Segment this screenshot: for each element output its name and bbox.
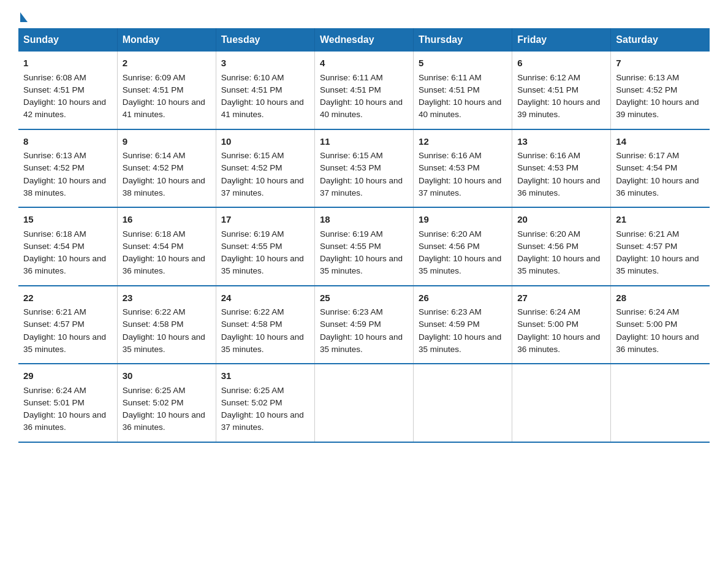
daylight-label: Daylight: 10 hours and 36 minutes. [616,176,699,197]
day-number: 9 [123,135,211,149]
sunrise-label: Sunrise: 6:25 AM [123,386,186,395]
day-cell-16: 16Sunrise: 6:18 AMSunset: 4:54 PMDayligh… [117,207,216,286]
daylight-label: Daylight: 10 hours and 35 minutes. [23,332,106,354]
day-cell-17: 17Sunrise: 6:19 AMSunset: 4:55 PMDayligh… [216,207,314,286]
day-cell-22: 22Sunrise: 6:21 AMSunset: 4:57 PMDayligh… [18,286,117,364]
sunset-label: Sunset: 4:51 PM [23,85,85,94]
sunset-label: Sunset: 4:59 PM [419,320,480,329]
sunset-label: Sunset: 4:52 PM [23,163,85,172]
sunset-label: Sunset: 4:56 PM [517,242,578,251]
sunrise-label: Sunrise: 6:16 AM [517,151,580,160]
day-number: 16 [123,213,211,227]
header-day-monday: Monday [117,28,216,52]
sunset-label: Sunset: 4:57 PM [616,242,677,251]
sunset-label: Sunset: 4:54 PM [23,242,85,251]
daylight-label: Daylight: 10 hours and 38 minutes. [23,176,106,197]
day-cell-30: 30Sunrise: 6:25 AMSunset: 5:02 PMDayligh… [117,364,216,442]
sunset-label: Sunset: 4:52 PM [616,85,677,94]
sunset-label: Sunset: 4:54 PM [616,163,677,172]
day-cell-28: 28Sunrise: 6:24 AMSunset: 5:00 PMDayligh… [611,286,710,364]
day-number: 4 [320,56,408,71]
sunrise-label: Sunrise: 6:11 AM [320,73,383,82]
sunrise-label: Sunrise: 6:08 AM [23,73,86,82]
day-cell-29: 29Sunrise: 6:24 AMSunset: 5:01 PMDayligh… [18,364,117,442]
daylight-label: Daylight: 10 hours and 36 minutes. [123,254,205,275]
day-cell-26: 26Sunrise: 6:23 AMSunset: 4:59 PMDayligh… [414,286,512,364]
sunset-label: Sunset: 4:54 PM [123,242,184,251]
daylight-label: Daylight: 10 hours and 36 minutes. [616,332,699,354]
day-cell-18: 18Sunrise: 6:19 AMSunset: 4:55 PMDayligh… [314,207,413,286]
sunrise-label: Sunrise: 6:15 AM [320,151,383,160]
sunrise-label: Sunrise: 6:20 AM [419,229,482,239]
day-number: 21 [616,213,705,227]
calendar-header-row: SundayMondayTuesdayWednesdayThursdayFrid… [18,28,710,52]
sunset-label: Sunset: 4:58 PM [123,320,184,329]
daylight-label: Daylight: 10 hours and 35 minutes. [221,332,304,354]
day-number: 20 [517,213,605,227]
sunset-label: Sunset: 5:01 PM [23,398,85,407]
day-cell-3: 3Sunrise: 6:10 AMSunset: 4:51 PMDaylight… [216,52,314,129]
sunrise-label: Sunrise: 6:24 AM [616,307,679,316]
day-number: 24 [221,291,309,305]
daylight-label: Daylight: 10 hours and 40 minutes. [419,98,501,119]
sunset-label: Sunset: 4:53 PM [419,163,480,172]
day-number: 28 [616,291,705,305]
sunrise-label: Sunrise: 6:21 AM [23,307,86,316]
sunset-label: Sunset: 4:51 PM [123,85,184,94]
day-cell-24: 24Sunrise: 6:22 AMSunset: 4:58 PMDayligh… [216,286,314,364]
sunrise-label: Sunrise: 6:13 AM [616,73,679,82]
day-cell-6: 6Sunrise: 6:12 AMSunset: 4:51 PMDaylight… [512,52,611,129]
daylight-label: Daylight: 10 hours and 37 minutes. [221,176,304,197]
week-row-3: 15Sunrise: 6:18 AMSunset: 4:54 PMDayligh… [18,207,710,286]
week-row-2: 8Sunrise: 6:13 AMSunset: 4:52 PMDaylight… [18,129,710,208]
sunrise-label: Sunrise: 6:17 AM [616,151,679,160]
day-cell-23: 23Sunrise: 6:22 AMSunset: 4:58 PMDayligh… [117,286,216,364]
header-day-saturday: Saturday [611,28,710,52]
sunset-label: Sunset: 4:51 PM [419,85,480,94]
day-number: 10 [221,135,309,149]
sunrise-label: Sunrise: 6:22 AM [221,307,284,316]
empty-cell [611,364,710,442]
sunrise-label: Sunrise: 6:23 AM [419,307,482,316]
daylight-label: Daylight: 10 hours and 42 minutes. [23,98,106,119]
day-cell-25: 25Sunrise: 6:23 AMSunset: 4:59 PMDayligh… [314,286,413,364]
day-number: 17 [221,213,309,227]
day-cell-12: 12Sunrise: 6:16 AMSunset: 4:53 PMDayligh… [414,129,512,208]
sunrise-label: Sunrise: 6:19 AM [320,229,383,239]
day-cell-8: 8Sunrise: 6:13 AMSunset: 4:52 PMDaylight… [18,129,117,208]
logo-arrow-icon [20,12,28,22]
daylight-label: Daylight: 10 hours and 36 minutes. [517,332,600,354]
logo [18,12,28,18]
day-cell-13: 13Sunrise: 6:16 AMSunset: 4:53 PMDayligh… [512,129,611,208]
day-number: 12 [419,135,507,149]
sunrise-label: Sunrise: 6:11 AM [419,73,482,82]
day-number: 15 [23,213,112,227]
sunset-label: Sunset: 4:56 PM [419,242,480,251]
sunrise-label: Sunrise: 6:24 AM [23,386,86,395]
day-number: 8 [23,135,112,149]
header-day-sunday: Sunday [18,28,117,52]
day-number: 13 [517,135,605,149]
daylight-label: Daylight: 10 hours and 35 minutes. [320,254,403,275]
day-number: 14 [616,135,705,149]
sunrise-label: Sunrise: 6:24 AM [517,307,580,316]
sunset-label: Sunset: 4:53 PM [517,163,578,172]
day-cell-21: 21Sunrise: 6:21 AMSunset: 4:57 PMDayligh… [611,207,710,286]
daylight-label: Daylight: 10 hours and 41 minutes. [123,98,205,119]
day-number: 26 [419,291,507,305]
daylight-label: Daylight: 10 hours and 36 minutes. [123,410,205,432]
sunset-label: Sunset: 4:51 PM [517,85,578,94]
day-number: 11 [320,135,408,149]
day-number: 23 [123,291,211,305]
sunset-label: Sunset: 4:59 PM [320,320,381,329]
sunset-label: Sunset: 4:52 PM [221,163,282,172]
sunrise-label: Sunrise: 6:12 AM [517,73,580,82]
day-number: 7 [616,56,705,71]
day-cell-2: 2Sunrise: 6:09 AMSunset: 4:51 PMDaylight… [117,52,216,129]
day-cell-19: 19Sunrise: 6:20 AMSunset: 4:56 PMDayligh… [414,207,512,286]
daylight-label: Daylight: 10 hours and 37 minutes. [221,410,304,432]
week-row-1: 1Sunrise: 6:08 AMSunset: 4:51 PMDaylight… [18,52,710,129]
sunset-label: Sunset: 5:00 PM [616,320,677,329]
sunrise-label: Sunrise: 6:15 AM [221,151,284,160]
daylight-label: Daylight: 10 hours and 38 minutes. [123,176,205,197]
